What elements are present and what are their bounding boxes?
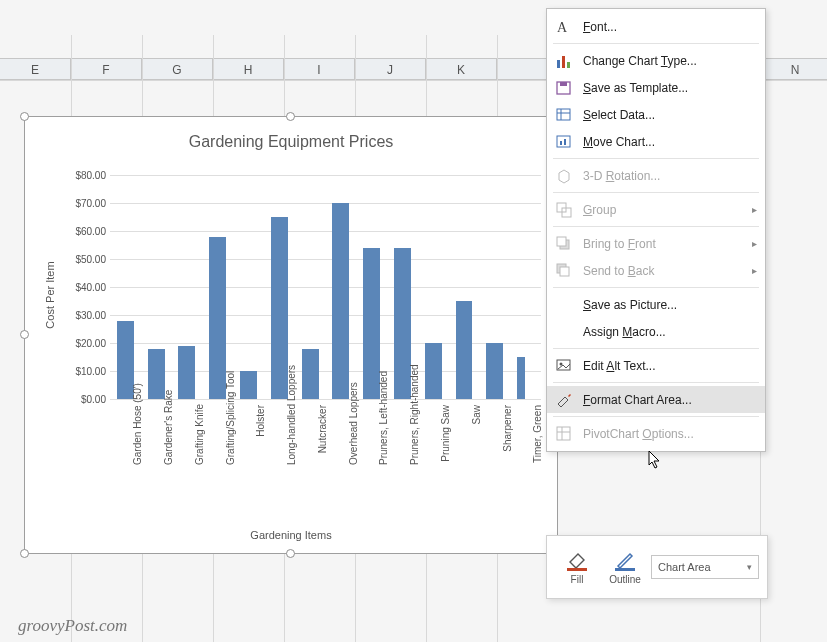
menu-item-label: Save as Picture... — [583, 298, 677, 312]
menu-item-label: 3-D Rotation... — [583, 169, 660, 183]
menu-separator — [553, 192, 759, 193]
gridline — [110, 399, 541, 400]
menu-item-edit-alt-text[interactable]: Edit Alt Text... — [547, 352, 765, 379]
menu-item-format-chart-area[interactable]: Format Chart Area... — [547, 386, 765, 413]
menu-item-label: Assign Macro... — [583, 325, 666, 339]
x-tick-label: Pruning Saw — [440, 405, 451, 465]
menu-separator — [553, 348, 759, 349]
y-tick-label: $0.00 — [81, 394, 106, 405]
menu-item-font[interactable]: AFont... — [547, 13, 765, 40]
chart-context-menu[interactable]: AFont...Change Chart Type...Save as Temp… — [546, 8, 766, 452]
x-tick-label: Pruners, Right-handed — [409, 405, 420, 465]
chart-mini-toolbar[interactable]: Fill Outline Chart Area ▾ — [546, 535, 768, 599]
bar[interactable] — [178, 346, 195, 399]
x-tick-label: Sharpener — [502, 405, 513, 465]
gridline — [110, 315, 541, 316]
bar[interactable] — [302, 349, 319, 399]
bring-front-icon — [553, 233, 575, 255]
gridline — [110, 371, 541, 372]
menu-item-move-chart[interactable]: Move Chart... — [547, 128, 765, 155]
font-icon: A — [553, 16, 575, 38]
bar[interactable] — [486, 343, 503, 399]
colhdr-N[interactable]: N — [760, 59, 827, 79]
menu-item-select-data[interactable]: Select Data... — [547, 101, 765, 128]
menu-item-change-chart-type[interactable]: Change Chart Type... — [547, 47, 765, 74]
y-tick-label: $80.00 — [75, 170, 106, 181]
x-axis-label[interactable]: Gardening Items — [25, 529, 557, 541]
combo-value: Chart Area — [658, 561, 711, 573]
svg-rect-6 — [557, 109, 570, 120]
chart-element-combo[interactable]: Chart Area ▾ — [651, 555, 759, 579]
cube-icon — [553, 165, 575, 187]
bar[interactable] — [456, 301, 473, 399]
menu-item-label: Send to Back — [583, 264, 654, 278]
move-chart-icon — [553, 131, 575, 153]
y-axis-label[interactable]: Cost Per Item — [43, 187, 57, 403]
fill-button[interactable]: Fill — [555, 550, 599, 585]
svg-rect-9 — [557, 136, 570, 147]
menu-separator — [553, 158, 759, 159]
colhdr-H[interactable]: H — [213, 59, 284, 79]
chevron-right-icon: ▸ — [752, 238, 757, 249]
svg-rect-5 — [560, 82, 567, 86]
menu-item-label: Edit Alt Text... — [583, 359, 656, 373]
colhdr-E[interactable]: E — [0, 59, 71, 79]
menu-separator — [553, 43, 759, 44]
y-tick-label: $10.00 — [75, 366, 106, 377]
x-tick-label: Garden Hose (50') — [132, 405, 143, 465]
menu-item-assign-macro[interactable]: Assign Macro... — [547, 318, 765, 345]
plot-area[interactable]: $0.00$10.00$20.00$30.00$40.00$50.00$60.0… — [110, 175, 541, 399]
bar[interactable] — [425, 343, 442, 399]
x-tick-label: Pruners, Left-handed — [378, 405, 389, 465]
chart-title[interactable]: Gardening Equipment Prices — [25, 133, 557, 151]
bar[interactable] — [240, 371, 257, 399]
colhdr-F[interactable]: F — [71, 59, 142, 79]
svg-rect-24 — [615, 568, 635, 571]
colhdr-J[interactable]: J — [355, 59, 426, 79]
x-tick-label: Grafting Knife — [194, 405, 205, 465]
bar[interactable] — [517, 357, 525, 399]
menu-item-bring-to-front: Bring to Front▸ — [547, 230, 765, 257]
menu-item-pivotchart-options: PivotChart Options... — [547, 420, 765, 447]
menu-separator — [553, 416, 759, 417]
colhdr-I[interactable]: I — [284, 59, 355, 79]
x-tick-label: Nutcracker — [317, 405, 328, 465]
x-tick-label: Saw — [471, 405, 482, 465]
bar[interactable] — [209, 237, 226, 399]
menu-item-send-to-back: Send to Back▸ — [547, 257, 765, 284]
x-tick-label: Overhead Loppers — [348, 405, 359, 465]
menu-item-label: Group — [583, 203, 616, 217]
x-tick-label: Timer, Green — [532, 405, 543, 465]
menu-item-label: Move Chart... — [583, 135, 655, 149]
fill-label: Fill — [571, 574, 584, 585]
svg-point-19 — [560, 362, 563, 365]
menu-item-save-as-picture[interactable]: Save as Picture... — [547, 291, 765, 318]
menu-item-save-as-template[interactable]: Save as Template... — [547, 74, 765, 101]
excel-window: E F G H I J K N Gardening Equipment Pric… — [0, 0, 827, 642]
colhdr-G[interactable]: G — [142, 59, 213, 79]
y-tick-label: $20.00 — [75, 338, 106, 349]
bar[interactable] — [332, 203, 349, 399]
svg-text:A: A — [557, 20, 568, 35]
outline-button[interactable]: Outline — [603, 550, 647, 585]
none-icon — [553, 294, 575, 316]
colhdr-K[interactable]: K — [426, 59, 497, 79]
chart-area[interactable]: Gardening Equipment Prices Cost Per Item… — [24, 116, 558, 554]
alt-text-icon — [553, 355, 575, 377]
svg-rect-1 — [557, 60, 560, 68]
svg-rect-23 — [567, 568, 587, 571]
menu-item-label: Bring to Front — [583, 237, 656, 251]
y-tick-label: $60.00 — [75, 226, 106, 237]
y-tick-label: $40.00 — [75, 282, 106, 293]
x-tick-label: Long-handled Loppers — [286, 405, 297, 465]
mouse-cursor-icon — [648, 450, 662, 470]
svg-rect-17 — [560, 267, 569, 276]
none-icon — [553, 321, 575, 343]
menu-item-label: Select Data... — [583, 108, 655, 122]
select-data-icon — [553, 104, 575, 126]
svg-rect-10 — [560, 141, 562, 145]
menu-item-group: Group▸ — [547, 196, 765, 223]
menu-item-label: Save as Template... — [583, 81, 688, 95]
watermark: groovyPost.com — [18, 616, 127, 636]
gridline — [110, 287, 541, 288]
